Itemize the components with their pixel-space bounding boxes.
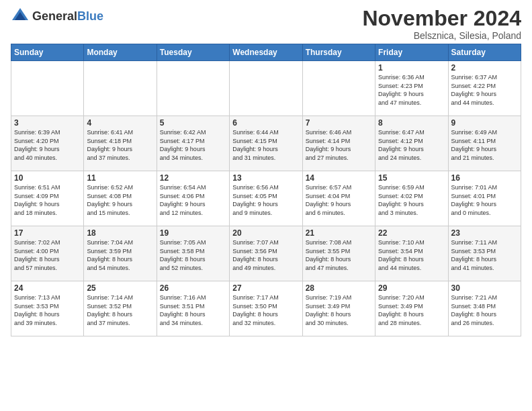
day-number: 13: [232, 173, 299, 183]
calendar-cell: 14Sunrise: 6:57 AM Sunset: 4:04 PM Dayli…: [302, 171, 375, 226]
day-info: Sunrise: 6:59 AM Sunset: 4:02 PM Dayligh…: [378, 183, 445, 217]
day-info: Sunrise: 7:01 AM Sunset: 4:01 PM Dayligh…: [451, 183, 518, 217]
calendar-cell: 30Sunrise: 7:21 AM Sunset: 3:48 PM Dayli…: [448, 281, 521, 336]
calendar-cell: 11Sunrise: 6:52 AM Sunset: 4:08 PM Dayli…: [84, 171, 157, 226]
day-number: 17: [14, 228, 81, 238]
calendar-cell: 9Sunrise: 6:49 AM Sunset: 4:11 PM Daylig…: [448, 116, 521, 171]
week-row-2: 3Sunrise: 6:39 AM Sunset: 4:20 PM Daylig…: [11, 116, 521, 171]
main-container: GeneralBlue November 2024 Belsznica, Sil…: [0, 0, 532, 342]
month-title: November 2024: [362, 7, 521, 30]
calendar-cell: 7Sunrise: 6:46 AM Sunset: 4:14 PM Daylig…: [302, 116, 375, 171]
calendar-cell: 10Sunrise: 6:51 AM Sunset: 4:09 PM Dayli…: [11, 171, 84, 226]
day-info: Sunrise: 6:47 AM Sunset: 4:12 PM Dayligh…: [378, 128, 445, 162]
calendar-cell: 16Sunrise: 7:01 AM Sunset: 4:01 PM Dayli…: [448, 171, 521, 226]
week-row-3: 10Sunrise: 6:51 AM Sunset: 4:09 PM Dayli…: [11, 171, 521, 226]
calendar-cell: 24Sunrise: 7:13 AM Sunset: 3:53 PM Dayli…: [11, 281, 84, 336]
day-number: 28: [306, 283, 372, 293]
day-info: Sunrise: 7:14 AM Sunset: 3:52 PM Dayligh…: [87, 293, 153, 327]
day-number: 22: [378, 228, 445, 238]
day-number: 16: [451, 173, 518, 183]
day-info: Sunrise: 7:21 AM Sunset: 3:48 PM Dayligh…: [451, 293, 518, 327]
day-number: 27: [232, 283, 299, 293]
day-info: Sunrise: 7:10 AM Sunset: 3:54 PM Dayligh…: [378, 238, 445, 272]
day-number: 3: [14, 118, 81, 128]
col-header-monday: Monday: [84, 44, 157, 61]
day-info: Sunrise: 6:49 AM Sunset: 4:11 PM Dayligh…: [451, 128, 518, 162]
calendar-cell: 2Sunrise: 6:37 AM Sunset: 4:22 PM Daylig…: [448, 61, 521, 116]
day-info: Sunrise: 7:20 AM Sunset: 3:49 PM Dayligh…: [378, 293, 445, 327]
day-number: 9: [451, 118, 518, 128]
day-number: 7: [306, 118, 372, 128]
col-header-saturday: Saturday: [448, 44, 521, 61]
calendar-cell: [302, 61, 375, 116]
week-row-4: 17Sunrise: 7:02 AM Sunset: 4:00 PM Dayli…: [11, 226, 521, 281]
day-number: 8: [378, 118, 445, 128]
calendar-cell: 25Sunrise: 7:14 AM Sunset: 3:52 PM Dayli…: [84, 281, 157, 336]
day-number: 21: [306, 228, 372, 238]
day-info: Sunrise: 7:11 AM Sunset: 3:53 PM Dayligh…: [451, 238, 518, 272]
calendar-cell: 22Sunrise: 7:10 AM Sunset: 3:54 PM Dayli…: [375, 226, 448, 281]
col-header-wednesday: Wednesday: [230, 44, 302, 61]
day-info: Sunrise: 6:37 AM Sunset: 4:22 PM Dayligh…: [451, 73, 518, 107]
calendar-cell: [157, 61, 229, 116]
calendar-cell: 17Sunrise: 7:02 AM Sunset: 4:00 PM Dayli…: [11, 226, 84, 281]
day-number: 12: [160, 173, 226, 183]
week-row-5: 24Sunrise: 7:13 AM Sunset: 3:53 PM Dayli…: [11, 281, 521, 336]
day-info: Sunrise: 7:05 AM Sunset: 3:58 PM Dayligh…: [160, 238, 226, 272]
calendar-cell: 23Sunrise: 7:11 AM Sunset: 3:53 PM Dayli…: [448, 226, 521, 281]
col-header-thursday: Thursday: [302, 44, 375, 61]
day-number: 6: [232, 118, 299, 128]
day-info: Sunrise: 6:56 AM Sunset: 4:05 PM Dayligh…: [232, 183, 299, 217]
calendar-cell: 8Sunrise: 6:47 AM Sunset: 4:12 PM Daylig…: [375, 116, 448, 171]
day-info: Sunrise: 6:52 AM Sunset: 4:08 PM Dayligh…: [87, 183, 153, 217]
title-block: November 2024 Belsznica, Silesia, Poland: [362, 7, 521, 41]
calendar-cell: 18Sunrise: 7:04 AM Sunset: 3:59 PM Dayli…: [84, 226, 157, 281]
calendar-cell: 29Sunrise: 7:20 AM Sunset: 3:49 PM Dayli…: [375, 281, 448, 336]
calendar-cell: 1Sunrise: 6:36 AM Sunset: 4:23 PM Daylig…: [375, 61, 448, 116]
day-info: Sunrise: 7:13 AM Sunset: 3:53 PM Dayligh…: [14, 293, 81, 327]
day-number: 29: [378, 283, 445, 293]
day-info: Sunrise: 7:02 AM Sunset: 4:00 PM Dayligh…: [14, 238, 81, 272]
day-info: Sunrise: 6:41 AM Sunset: 4:18 PM Dayligh…: [87, 128, 153, 162]
day-info: Sunrise: 7:07 AM Sunset: 3:56 PM Dayligh…: [232, 238, 299, 272]
day-number: 25: [87, 283, 153, 293]
day-number: 2: [451, 63, 518, 73]
day-number: 10: [14, 173, 81, 183]
calendar-cell: 15Sunrise: 6:59 AM Sunset: 4:02 PM Dayli…: [375, 171, 448, 226]
day-number: 24: [14, 283, 81, 293]
header: GeneralBlue November 2024 Belsznica, Sil…: [11, 7, 521, 41]
day-info: Sunrise: 7:08 AM Sunset: 3:55 PM Dayligh…: [306, 238, 372, 272]
logo-general: General: [32, 9, 77, 23]
day-number: 5: [160, 118, 226, 128]
logo-blue: Blue: [77, 9, 103, 23]
day-number: 1: [378, 63, 445, 73]
day-number: 18: [87, 228, 153, 238]
day-number: 20: [232, 228, 299, 238]
day-number: 11: [87, 173, 153, 183]
col-header-friday: Friday: [375, 44, 448, 61]
day-info: Sunrise: 6:54 AM Sunset: 4:06 PM Dayligh…: [160, 183, 226, 217]
calendar-cell: [230, 61, 302, 116]
logo: GeneralBlue: [11, 7, 103, 26]
calendar-cell: 21Sunrise: 7:08 AM Sunset: 3:55 PM Dayli…: [302, 226, 375, 281]
calendar-cell: 3Sunrise: 6:39 AM Sunset: 4:20 PM Daylig…: [11, 116, 84, 171]
day-info: Sunrise: 6:46 AM Sunset: 4:14 PM Dayligh…: [306, 128, 372, 162]
day-info: Sunrise: 6:57 AM Sunset: 4:04 PM Dayligh…: [306, 183, 372, 217]
calendar-cell: [84, 61, 157, 116]
calendar-cell: 13Sunrise: 6:56 AM Sunset: 4:05 PM Dayli…: [230, 171, 302, 226]
day-info: Sunrise: 7:17 AM Sunset: 3:50 PM Dayligh…: [232, 293, 299, 327]
day-info: Sunrise: 6:44 AM Sunset: 4:15 PM Dayligh…: [232, 128, 299, 162]
week-row-1: 1Sunrise: 6:36 AM Sunset: 4:23 PM Daylig…: [11, 61, 521, 116]
day-info: Sunrise: 7:19 AM Sunset: 3:49 PM Dayligh…: [306, 293, 372, 327]
day-info: Sunrise: 7:04 AM Sunset: 3:59 PM Dayligh…: [87, 238, 153, 272]
calendar-cell: 26Sunrise: 7:16 AM Sunset: 3:51 PM Dayli…: [157, 281, 229, 336]
day-info: Sunrise: 6:39 AM Sunset: 4:20 PM Dayligh…: [14, 128, 81, 162]
location: Belsznica, Silesia, Poland: [362, 30, 521, 41]
day-info: Sunrise: 6:42 AM Sunset: 4:17 PM Dayligh…: [160, 128, 226, 162]
day-number: 30: [451, 283, 518, 293]
day-number: 26: [160, 283, 226, 293]
calendar-cell: 4Sunrise: 6:41 AM Sunset: 4:18 PM Daylig…: [84, 116, 157, 171]
calendar-cell: 12Sunrise: 6:54 AM Sunset: 4:06 PM Dayli…: [157, 171, 229, 226]
calendar-cell: 28Sunrise: 7:19 AM Sunset: 3:49 PM Dayli…: [302, 281, 375, 336]
calendar-cell: 5Sunrise: 6:42 AM Sunset: 4:17 PM Daylig…: [157, 116, 229, 171]
